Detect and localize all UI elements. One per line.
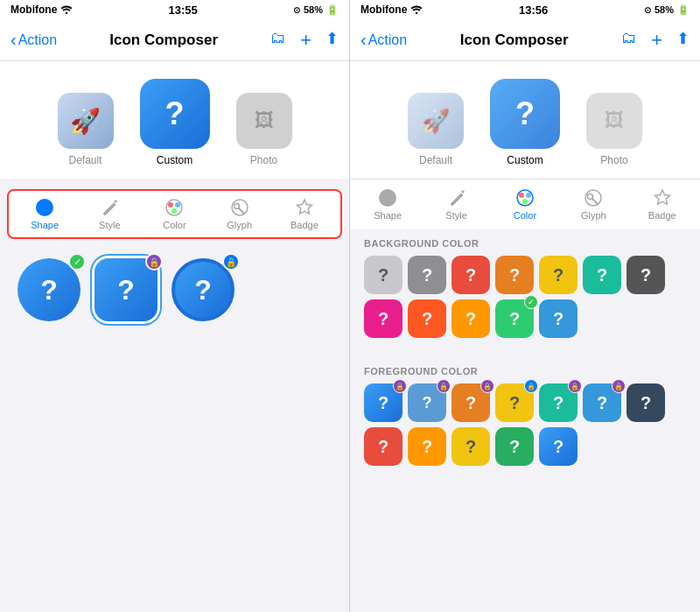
- status-bar-right: Mobifone 13:56 ⊙ 58% 🔋: [350, 0, 700, 19]
- tab-color-label-left: Color: [163, 220, 186, 230]
- variant-glyph-2: ?: [117, 274, 135, 306]
- bg-color-pink[interactable]: ?: [364, 299, 402, 338]
- battery-right: 58%: [654, 4, 674, 15]
- svg-point-14: [522, 199, 528, 204]
- bg-color-teal[interactable]: ?: [583, 256, 621, 294]
- glyph-icon-left: [230, 198, 249, 217]
- tab-color-right[interactable]: Color: [500, 188, 549, 221]
- tab-style-right[interactable]: Style: [432, 188, 480, 221]
- icon-item-custom-right[interactable]: ? Custom: [490, 79, 560, 166]
- tab-badge-left[interactable]: Badge: [280, 198, 328, 230]
- bg-color-grid: ? ? ? ? ? ? ? ? ? ? ? ✓ ?: [364, 256, 686, 338]
- tab-color-left[interactable]: Color: [150, 198, 199, 230]
- bg-color-orange[interactable]: ?: [495, 256, 534, 294]
- battery-icon-left: 🔋: [326, 4, 339, 16]
- tab-glyph-label-right: Glyph: [581, 210, 606, 221]
- question-glyph-left: ?: [165, 95, 185, 132]
- icon-item-photo-left[interactable]: 🖼 Photo: [236, 93, 292, 166]
- tab-shape-right[interactable]: Shape: [364, 188, 412, 221]
- shape-icon-right: [378, 188, 397, 208]
- icon-custom-left: ?: [140, 79, 210, 149]
- plus-button-right[interactable]: +: [651, 29, 662, 52]
- tab-shape-left[interactable]: Shape: [21, 198, 69, 230]
- svg-line-8: [239, 208, 244, 214]
- variant-2[interactable]: ? 🔒: [94, 258, 158, 321]
- check-badge: ✓: [524, 295, 538, 309]
- tab-glyph-label-left: Glyph: [227, 220, 252, 230]
- fg-color-10[interactable]: ?: [452, 427, 490, 466]
- photo-glyph-right: 🖼: [605, 109, 624, 132]
- fg-badge-3: 🔒: [480, 379, 494, 393]
- svg-point-4: [175, 202, 180, 208]
- badge-lock-3: 🔒: [222, 253, 240, 271]
- icon-photo-right: 🖼: [586, 93, 642, 149]
- back-button-left[interactable]: ‹ Action: [10, 30, 57, 50]
- bg-color-gray[interactable]: ?: [408, 256, 446, 294]
- fg-color-8[interactable]: ?: [364, 427, 402, 466]
- variant-glyph-3: ?: [194, 274, 212, 306]
- right-panel: Mobifone 13:56 ⊙ 58% 🔋 ‹ Action Icon Com…: [350, 0, 700, 612]
- bg-color-orange2[interactable]: ?: [452, 299, 490, 338]
- tab-glyph-right[interactable]: Glyph: [570, 188, 618, 221]
- rocket-emoji-right: 🚀: [422, 108, 450, 135]
- share-button-left[interactable]: ⬆: [326, 29, 339, 52]
- battery-icon-right: 🔋: [677, 4, 690, 16]
- fg-color-9[interactable]: ?: [408, 427, 446, 466]
- wifi-icon-left: [60, 5, 73, 14]
- fg-badge-2: 🔒: [437, 379, 451, 393]
- nav-actions-left: 🗂 + ⬆: [270, 29, 339, 52]
- fg-color-7[interactable]: ?: [626, 383, 665, 422]
- tab-style-label-left: Style: [99, 220, 120, 230]
- tab-style-left[interactable]: Style: [86, 198, 134, 230]
- icon-photo-left: 🖼: [236, 93, 292, 149]
- folder-icon-left[interactable]: 🗂: [270, 29, 286, 52]
- tab-badge-label-right: Badge: [648, 210, 676, 221]
- fg-badge-4: 🔒: [524, 379, 538, 393]
- icon-item-photo-right[interactable]: 🖼 Photo: [586, 93, 642, 166]
- time-right: 13:56: [519, 4, 548, 17]
- bg-color-red[interactable]: ?: [452, 256, 490, 294]
- fg-color-3[interactable]: ? 🔒: [452, 383, 490, 422]
- svg-point-9: [416, 12, 417, 14]
- status-left: Mobifone: [10, 4, 73, 16]
- icon-item-custom-left[interactable]: ? Custom: [140, 79, 210, 166]
- back-button-right[interactable]: ‹ Action: [360, 30, 407, 50]
- icon-default-right: 🚀: [408, 93, 464, 149]
- badge-icon-left: [295, 198, 314, 217]
- variant-1[interactable]: ? ✓: [18, 258, 80, 321]
- bg-color-lgray[interactable]: ?: [364, 256, 402, 294]
- badge-lock-2: 🔒: [145, 253, 163, 271]
- nav-actions-right: 🗂 + ⬆: [621, 29, 690, 52]
- folder-icon-right[interactable]: 🗂: [621, 29, 637, 52]
- fg-color-12[interactable]: ?: [539, 427, 578, 466]
- fg-color-4[interactable]: ? 🔒: [495, 383, 534, 422]
- carrier-right: Mobifone: [360, 4, 407, 16]
- color-scroll[interactable]: BACKGROUND COLOR ? ? ? ? ? ? ? ? ? ? ? ✓…: [350, 229, 700, 612]
- icon-item-default-right[interactable]: 🚀 Default: [408, 93, 464, 166]
- fg-color-2[interactable]: ? 🔒: [408, 383, 446, 422]
- bg-color-darkgray[interactable]: ?: [626, 256, 665, 294]
- fg-color-1[interactable]: ? 🔒: [364, 383, 402, 422]
- bg-color-yellow[interactable]: ?: [539, 256, 578, 294]
- bg-color-blue[interactable]: ?: [539, 299, 578, 338]
- nav-bar-left: ‹ Action Icon Composer 🗂 + ⬆: [0, 19, 349, 61]
- variant-3[interactable]: ? 🔒: [172, 258, 234, 321]
- icon-item-default-left[interactable]: 🚀 Default: [58, 93, 114, 166]
- battery-left: 58%: [304, 4, 323, 15]
- plus-button-left[interactable]: +: [300, 29, 312, 52]
- toolbar-right: Shape Style Color Glyph: [350, 179, 700, 229]
- svg-line-17: [592, 199, 598, 204]
- svg-point-5: [172, 208, 177, 214]
- nav-title-right: Icon Composer: [407, 32, 621, 49]
- fg-color-11[interactable]: ?: [495, 427, 534, 466]
- nav-title-left: Icon Composer: [57, 32, 270, 49]
- share-button-right[interactable]: ⬆: [676, 29, 690, 52]
- bg-color-green[interactable]: ? ✓: [495, 299, 534, 338]
- fg-color-5[interactable]: ? 🔒: [539, 383, 578, 422]
- tab-glyph-left[interactable]: Glyph: [215, 198, 263, 230]
- fg-color-6[interactable]: ? 🔒: [583, 383, 621, 422]
- bg-color-vermillion[interactable]: ?: [408, 299, 446, 338]
- tab-badge-right[interactable]: Badge: [638, 188, 686, 221]
- status-bar-left: Mobifone 13:55 ⊙ 58% 🔋: [0, 0, 349, 19]
- tab-shape-label-left: Shape: [31, 220, 59, 230]
